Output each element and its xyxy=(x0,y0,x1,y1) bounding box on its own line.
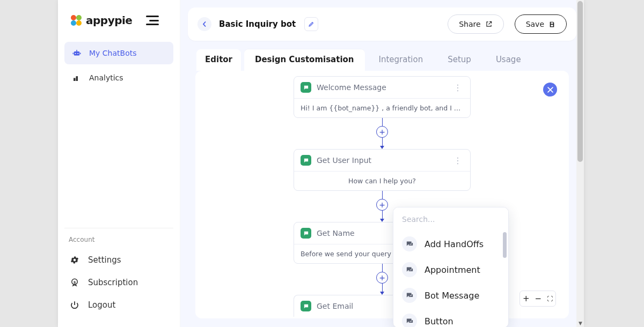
sidebar-item-label: Analytics xyxy=(89,73,123,82)
brand-name: appypie xyxy=(86,14,132,27)
picker-item-label: Button xyxy=(425,316,453,326)
window-scrollbar-thumb[interactable] xyxy=(577,1,583,162)
tab-label: Design Customisation xyxy=(255,55,354,64)
svg-point-2 xyxy=(71,20,76,26)
node-menu-button[interactable]: ⋮ xyxy=(451,155,464,166)
svg-point-1 xyxy=(76,15,82,20)
account-heading: Account xyxy=(64,236,173,249)
main-area: Basic Inquiry bot Share Save Editor Desi… xyxy=(180,0,584,327)
logo-row: appypie xyxy=(64,11,173,42)
back-button[interactable] xyxy=(197,17,211,31)
add-node-button[interactable]: + xyxy=(376,272,388,284)
node-picker-search-input[interactable] xyxy=(393,207,508,231)
header-bar: Basic Inquiry bot Share Save xyxy=(188,8,576,41)
node-body: Hi! I am {{bot_name}} , a friendly bot, … xyxy=(294,98,470,117)
zoom-out-button[interactable]: − xyxy=(535,294,541,303)
svg-rect-4 xyxy=(74,51,80,56)
account-item-subscription[interactable]: $ Subscription xyxy=(64,271,173,294)
svg-point-0 xyxy=(71,15,76,20)
tab-label: Usage xyxy=(496,55,521,64)
message-icon xyxy=(301,228,311,239)
zoom-in-button[interactable]: + xyxy=(523,294,530,303)
menu-toggle-button[interactable] xyxy=(146,16,159,25)
fullscreen-button[interactable]: ⛶ xyxy=(547,295,553,302)
account-item-label: Logout xyxy=(88,300,115,310)
node-title: Get Email xyxy=(317,302,353,310)
chat-icon xyxy=(402,314,417,327)
tab-label: Editor xyxy=(205,55,232,64)
sidebar: appypie My ChatBots Analytics Account xyxy=(58,0,180,327)
message-icon xyxy=(301,82,311,93)
tabs: Editor Design Customisation Integration … xyxy=(188,41,576,71)
sidebar-item-label: My ChatBots xyxy=(89,49,136,57)
power-icon xyxy=(70,300,79,310)
sidebar-item-analytics[interactable]: Analytics xyxy=(64,66,173,89)
tab-design-customisation[interactable]: Design Customisation xyxy=(244,49,365,71)
add-node-button[interactable]: + xyxy=(376,199,388,211)
node-title: Get User Input xyxy=(317,156,371,165)
share-label: Share xyxy=(459,20,480,28)
connector: + xyxy=(294,118,471,149)
zoom-toolbar: + − ⛶ xyxy=(519,291,556,307)
flow-node-user-input[interactable]: Get User Input ⋮ How can I help you? xyxy=(294,149,471,191)
popup-scrollbar[interactable]: ▲ xyxy=(503,231,507,327)
message-icon xyxy=(301,301,311,311)
tab-setup[interactable]: Setup xyxy=(437,49,482,71)
popup-scrollbar-thumb[interactable] xyxy=(503,232,507,258)
analytics-icon xyxy=(72,73,82,83)
svg-rect-8 xyxy=(80,53,81,54)
picker-item-button[interactable]: Button xyxy=(393,308,508,327)
node-picker-popup: Add HandOffs Appointment Bot Message But… xyxy=(393,207,509,327)
node-title: Welcome Message xyxy=(317,83,386,92)
tab-usage[interactable]: Usage xyxy=(485,49,532,71)
node-title: Get Name xyxy=(317,229,355,237)
share-button[interactable]: Share xyxy=(448,14,503,34)
tab-integration[interactable]: Integration xyxy=(368,49,434,71)
picker-item-appointment[interactable]: Appointment xyxy=(393,257,508,283)
svg-rect-14 xyxy=(74,78,75,81)
add-node-button[interactable]: + xyxy=(376,126,388,138)
save-icon xyxy=(548,21,555,28)
svg-point-6 xyxy=(77,53,78,54)
brand-logo[interactable]: appypie xyxy=(69,13,132,28)
badge-dollar-icon: $ xyxy=(70,278,79,287)
tab-editor[interactable]: Editor xyxy=(196,49,241,71)
save-button[interactable]: Save xyxy=(515,14,567,34)
share-icon xyxy=(485,20,493,28)
robot-icon xyxy=(72,48,82,58)
node-menu-button[interactable]: ⋮ xyxy=(451,83,464,93)
edit-title-button[interactable] xyxy=(304,17,318,31)
scroll-down-arrow-icon: ▼ xyxy=(579,321,582,326)
picker-item-label: Appointment xyxy=(425,265,480,275)
close-panel-button[interactable] xyxy=(543,83,557,96)
account-item-label: Subscription xyxy=(88,278,138,287)
picker-item-add-handoffs[interactable]: Add HandOffs xyxy=(393,231,508,257)
chat-icon xyxy=(402,262,417,277)
svg-rect-7 xyxy=(73,53,74,54)
flow-node-welcome[interactable]: Welcome Message ⋮ Hi! I am {{bot_name}} … xyxy=(294,76,471,118)
message-icon xyxy=(301,155,311,166)
node-body: How can I help you? xyxy=(294,171,470,190)
node-picker-list: Add HandOffs Appointment Bot Message But… xyxy=(393,231,508,327)
app-window: appypie My ChatBots Analytics Account xyxy=(58,0,584,327)
account-section: Account Settings $ Subscription Logout xyxy=(64,228,173,316)
chat-icon xyxy=(402,236,417,251)
account-item-logout[interactable]: Logout xyxy=(64,294,173,316)
svg-rect-13 xyxy=(76,76,78,81)
picker-item-label: Bot Message xyxy=(425,291,479,301)
logo-mark-icon xyxy=(69,13,84,28)
tab-label: Setup xyxy=(448,55,471,64)
gear-icon xyxy=(70,255,79,265)
flow-canvas[interactable]: Welcome Message ⋮ Hi! I am {{bot_name}} … xyxy=(195,71,569,318)
account-item-settings[interactable]: Settings xyxy=(64,249,173,271)
tab-label: Integration xyxy=(379,55,423,64)
window-scrollbar[interactable]: ▼ xyxy=(576,0,584,327)
svg-point-3 xyxy=(76,20,82,26)
svg-rect-9 xyxy=(76,50,77,51)
chat-icon xyxy=(402,288,417,303)
svg-text:$: $ xyxy=(74,280,76,285)
page-title: Basic Inquiry bot xyxy=(219,19,296,29)
picker-item-bot-message[interactable]: Bot Message xyxy=(393,283,508,308)
sidebar-item-chatbots[interactable]: My ChatBots xyxy=(64,42,173,64)
picker-item-label: Add HandOffs xyxy=(425,239,484,249)
